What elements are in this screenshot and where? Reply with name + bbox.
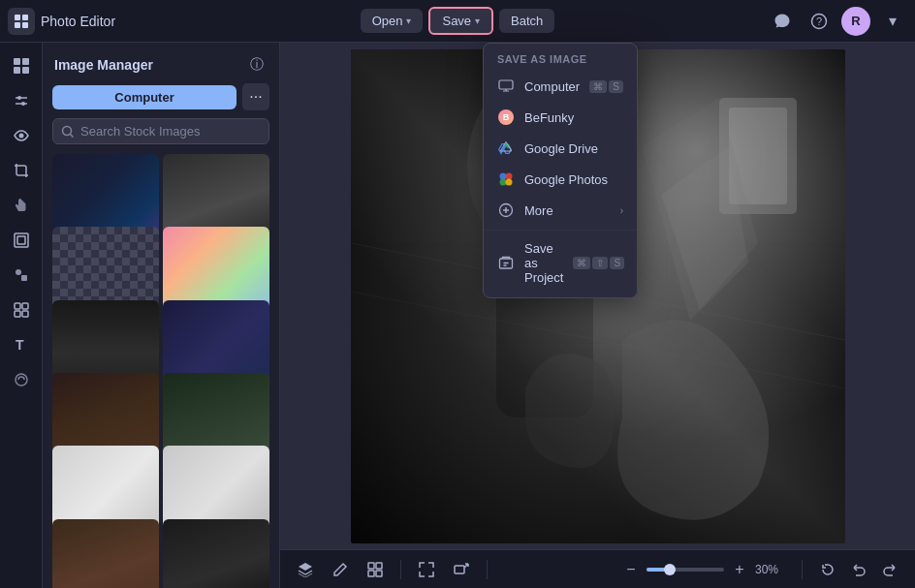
save-google-drive-item[interactable]: Google Drive	[484, 133, 637, 164]
computer-tab[interactable]: Computer	[52, 85, 237, 109]
svg-rect-1	[22, 15, 28, 20]
save-befunky-item[interactable]: B BeFunky	[484, 102, 637, 133]
image-manager-more-button[interactable]: ···	[242, 83, 269, 110]
bottom-bar: − + 30%	[280, 549, 915, 588]
grid-button[interactable]	[362, 556, 389, 583]
search-input[interactable]	[80, 124, 261, 139]
main-area: T Image Manager ⓘ Computer ···	[0, 43, 915, 588]
svg-rect-40	[499, 80, 513, 89]
svg-rect-9	[22, 67, 29, 74]
open-chevron-icon: ▾	[406, 15, 411, 26]
topbar-center: Open ▾ Save ▾ Batch	[361, 7, 555, 35]
svg-point-11	[17, 96, 21, 100]
svg-rect-3	[22, 22, 28, 28]
svg-rect-35	[368, 563, 374, 569]
more-chevron-icon: ›	[620, 205, 623, 216]
svg-rect-37	[368, 571, 374, 576]
svg-rect-39	[455, 566, 464, 573]
image-manager-tabs: Computer ···	[43, 83, 279, 118]
avatar-button[interactable]: R	[841, 7, 870, 36]
save-button[interactable]: Save ▾	[428, 7, 493, 35]
zoom-in-button[interactable]: +	[728, 558, 751, 581]
svg-rect-21	[15, 311, 20, 317]
layers-button[interactable]	[292, 556, 319, 583]
svg-point-24	[16, 374, 27, 386]
save-more-item[interactable]: More ›	[484, 195, 637, 226]
help-icon-button[interactable]: ?	[805, 7, 834, 36]
svg-point-25	[63, 126, 72, 135]
save-project-icon	[497, 255, 515, 272]
google-photos-icon	[497, 170, 515, 188]
undo-button[interactable]	[845, 556, 872, 583]
touch-tool-button[interactable]	[6, 190, 37, 221]
svg-rect-6	[14, 58, 20, 65]
topbar: Photo Editor Open ▾ Save ▾ Batch ? R ▾	[0, 0, 915, 43]
svg-point-14	[18, 134, 23, 139]
separator-3	[802, 560, 803, 579]
redo-button[interactable]	[876, 556, 903, 583]
thumbnail-12[interactable]	[163, 519, 269, 588]
image-manager-panel: Image Manager ⓘ Computer ···	[43, 43, 280, 588]
effects-tool-button[interactable]	[6, 294, 37, 325]
expand-icon-button[interactable]: ▾	[878, 7, 907, 36]
pen-button[interactable]	[327, 556, 354, 583]
svg-rect-38	[376, 571, 382, 576]
svg-point-45	[506, 179, 513, 186]
svg-rect-31	[719, 98, 797, 214]
save-computer-item[interactable]: Computer ⌘S	[484, 71, 637, 102]
svg-rect-8	[14, 67, 20, 74]
save-befunky-label: BeFunky	[524, 110, 574, 125]
undo-redo-controls	[814, 556, 903, 583]
brand-tool-button[interactable]	[6, 364, 37, 395]
image-grid	[43, 154, 279, 588]
eye-tool-button[interactable]	[6, 120, 37, 151]
save-project-item[interactable]: Save as Project ⌘⇧S	[484, 234, 637, 292]
svg-rect-2	[15, 22, 20, 28]
app-title: Photo Editor	[41, 14, 115, 29]
search-icon	[61, 125, 75, 139]
svg-rect-18	[21, 275, 27, 281]
image-manager-header: Image Manager ⓘ	[43, 43, 279, 83]
save-google-drive-label: Google Drive	[524, 141, 598, 156]
save-google-photos-item[interactable]: Google Photos	[484, 164, 637, 195]
open-button[interactable]: Open ▾	[361, 9, 424, 33]
app-icon	[8, 8, 35, 35]
crop-tool-button[interactable]	[6, 155, 37, 186]
zoom-slider[interactable]	[647, 568, 724, 572]
adjustments-tool-button[interactable]	[6, 85, 37, 116]
svg-point-42	[500, 173, 507, 180]
image-manager-title: Image Manager	[54, 57, 153, 73]
svg-rect-36	[376, 563, 382, 569]
svg-rect-19	[15, 303, 20, 309]
svg-point-43	[506, 173, 513, 180]
left-toolbar: T	[0, 43, 43, 588]
svg-rect-0	[15, 15, 20, 20]
separator-2	[487, 560, 488, 579]
zoom-out-button[interactable]: −	[619, 558, 643, 581]
svg-point-17	[16, 269, 21, 275]
svg-text:?: ?	[816, 15, 822, 27]
search-bar	[52, 118, 269, 144]
svg-text:T: T	[16, 337, 24, 353]
image-manager-info-button[interactable]: ⓘ	[246, 54, 268, 76]
svg-line-34	[351, 292, 845, 388]
save-google-photos-label: Google Photos	[524, 172, 608, 187]
history-button[interactable]	[814, 556, 841, 583]
svg-rect-7	[22, 58, 29, 65]
shapes-tool-button[interactable]	[6, 260, 37, 291]
manager-tool-button[interactable]	[6, 50, 37, 81]
thumbnail-11[interactable]	[52, 519, 159, 588]
text-tool-button[interactable]: T	[6, 329, 37, 360]
more-plus-icon	[497, 201, 515, 219]
fit-button[interactable]	[413, 556, 440, 583]
chat-icon-button[interactable]	[768, 7, 797, 36]
frame-tool-button[interactable]	[6, 225, 37, 256]
dropdown-divider	[484, 230, 637, 231]
computer-icon	[497, 77, 515, 95]
resize-button[interactable]	[448, 556, 475, 583]
batch-button[interactable]: Batch	[499, 9, 554, 33]
zoom-controls: − + 30%	[619, 558, 790, 581]
svg-rect-16	[17, 236, 25, 244]
svg-point-44	[500, 179, 507, 186]
svg-line-26	[71, 134, 74, 137]
